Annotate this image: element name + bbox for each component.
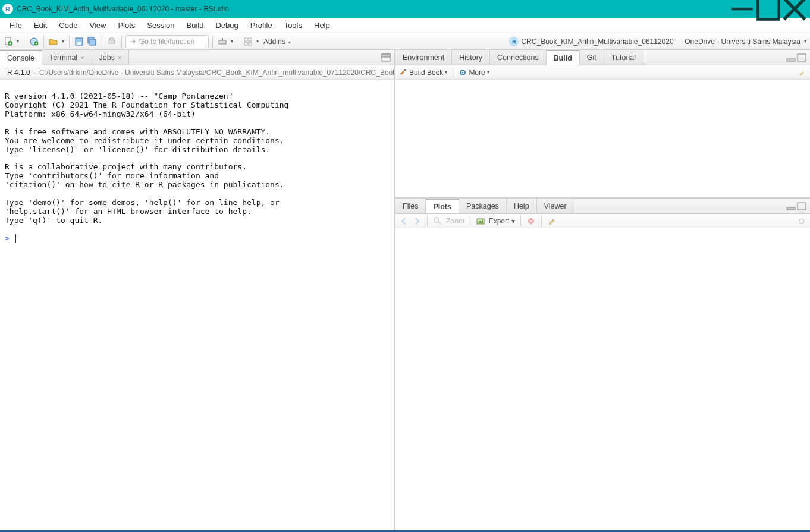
menu-plots[interactable]: Plots: [112, 19, 141, 32]
menu-help[interactable]: Help: [308, 19, 336, 32]
svg-point-35: [434, 218, 439, 222]
tab-plots[interactable]: Plots: [426, 199, 459, 213]
top-right-pane: Environment History Connections Build Gi…: [395, 50, 810, 199]
refresh-icon[interactable]: [797, 216, 806, 226]
bottom-right-tabs: Files Plots Packages Help Viewer: [395, 199, 810, 214]
maximize-pane-icon[interactable]: [381, 53, 391, 62]
tab-viewer[interactable]: Viewer: [537, 199, 574, 213]
window-minimize-button[interactable]: [729, 0, 755, 18]
svg-rect-17: [110, 38, 114, 40]
separator: [212, 36, 213, 48]
maximize-pane-icon[interactable]: [797, 202, 806, 210]
addins-button[interactable]: Addins ▾: [261, 37, 294, 46]
svg-rect-23: [249, 42, 252, 45]
console-prompt: >: [5, 234, 14, 243]
zoom-button[interactable]: Zoom: [446, 217, 464, 225]
close-icon[interactable]: ×: [118, 54, 121, 61]
r-version-label: R 4.1.0: [7, 68, 30, 77]
export-button[interactable]: Export ▾: [489, 217, 515, 225]
tab-console[interactable]: Console: [0, 50, 42, 65]
tab-connections[interactable]: Connections: [490, 50, 547, 65]
tab-help[interactable]: Help: [507, 199, 537, 213]
new-project-icon[interactable]: [28, 36, 40, 48]
minimize-pane-icon[interactable]: [786, 202, 796, 210]
project-selector[interactable]: R CRC_Book_KIM_Arifin_Multivariable_0611…: [509, 37, 808, 46]
remove-plot-icon[interactable]: [526, 216, 536, 226]
menu-view[interactable]: View: [83, 19, 112, 32]
svg-point-32: [462, 71, 464, 73]
grid-dropdown[interactable]: ▾: [255, 39, 260, 44]
separator: [453, 67, 453, 78]
working-directory-path[interactable]: C:/Users/drkim/OneDrive - Universiti Sai…: [39, 68, 394, 77]
separator: [238, 36, 238, 48]
menu-session[interactable]: Session: [141, 19, 180, 32]
grid-icon[interactable]: [242, 36, 254, 48]
open-file-dropdown[interactable]: ▾: [61, 39, 65, 44]
project-dropdown-icon: ▾: [803, 39, 808, 44]
main-toolbar: ▾ ▾ Go to file/function ▾ ▾ Addins ▾ R C…: [0, 33, 810, 50]
console-output[interactable]: R version 4.1.0 (2021-05-18) -- "Camp Po…: [0, 80, 394, 530]
plots-toolbar: Zoom Export ▾: [395, 214, 810, 228]
top-right-tabs: Environment History Connections Build Gi…: [395, 50, 810, 65]
separator: [427, 216, 428, 226]
brush-icon[interactable]: [798, 68, 806, 77]
tab-files[interactable]: Files: [395, 199, 426, 213]
clear-plots-icon[interactable]: [547, 216, 557, 226]
tools-icon[interactable]: [216, 36, 228, 48]
next-plot-icon[interactable]: [412, 216, 422, 226]
workspace: Console Terminal× Jobs× R R 4.1.0 · C:/U…: [0, 50, 810, 530]
new-file-dropdown[interactable]: ▾: [15, 39, 20, 44]
open-file-icon[interactable]: [48, 36, 59, 48]
tab-git[interactable]: Git: [580, 50, 604, 65]
console-header: R R 4.1.0 · C:/Users/drkim/OneDrive - Un…: [0, 65, 394, 80]
tab-terminal[interactable]: Terminal×: [42, 50, 92, 65]
tab-history[interactable]: History: [452, 50, 490, 65]
svg-line-36: [438, 222, 441, 224]
svg-rect-21: [249, 38, 252, 41]
gear-icon: [459, 68, 467, 77]
tools-dropdown[interactable]: ▾: [230, 39, 234, 44]
svg-rect-28: [787, 59, 795, 61]
minimize-pane-icon[interactable]: [786, 53, 796, 62]
text-caret: [15, 234, 16, 243]
app-logo-icon: R: [2, 4, 13, 14]
menu-edit[interactable]: Edit: [28, 19, 53, 32]
tab-tutorial[interactable]: Tutorial: [604, 50, 643, 65]
print-icon[interactable]: [106, 36, 118, 48]
more-button[interactable]: More ▾: [459, 68, 489, 77]
window-maximize-button[interactable]: [755, 0, 781, 18]
save-all-icon[interactable]: [86, 36, 98, 48]
menu-file[interactable]: File: [4, 19, 28, 32]
bottom-right-pane: Files Plots Packages Help Viewer Zoom: [395, 199, 810, 530]
svg-rect-25: [382, 54, 390, 57]
separator: [43, 36, 44, 48]
maximize-pane-icon[interactable]: [797, 53, 806, 62]
menu-bar: File Edit Code View Plots Session Build …: [0, 18, 810, 33]
prev-plot-icon[interactable]: [399, 216, 409, 226]
tab-build[interactable]: Build: [547, 50, 580, 65]
menu-profile[interactable]: Profile: [244, 19, 278, 32]
svg-rect-15: [90, 39, 96, 45]
menu-debug[interactable]: Debug: [209, 19, 244, 32]
new-file-icon[interactable]: [2, 36, 14, 48]
zoom-icon: [433, 216, 442, 226]
tab-packages[interactable]: Packages: [459, 199, 507, 213]
close-icon[interactable]: ×: [80, 54, 84, 61]
goto-file-function-input[interactable]: Go to file/function: [125, 35, 209, 48]
hammer-icon: [399, 68, 407, 77]
save-icon[interactable]: [73, 36, 85, 48]
window-close-button[interactable]: [781, 0, 808, 18]
menu-build[interactable]: Build: [181, 19, 210, 32]
tab-jobs[interactable]: Jobs×: [92, 50, 130, 65]
tab-environment[interactable]: Environment: [395, 50, 452, 65]
left-pane: Console Terminal× Jobs× R R 4.1.0 · C:/U…: [0, 50, 395, 530]
menu-code[interactable]: Code: [53, 19, 83, 32]
separator: [121, 36, 122, 48]
build-book-button[interactable]: Build Book ▾: [399, 68, 447, 77]
menu-tools[interactable]: Tools: [278, 19, 308, 32]
separator: [24, 36, 24, 48]
svg-rect-19: [222, 38, 223, 40]
plot-area: [395, 228, 810, 530]
window-title-bar: R CRC_Book_KIM_Arifin_Multivariable_0611…: [0, 0, 810, 18]
window-title: CRC_Book_KIM_Arifin_Multivariable_061120…: [17, 5, 729, 13]
